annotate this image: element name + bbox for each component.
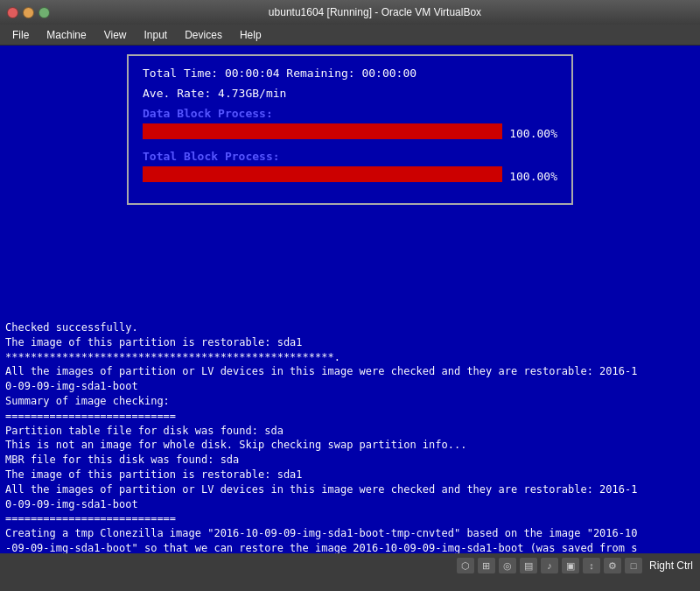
terminal-line: =========================== <box>5 409 695 424</box>
menu-bar: File Machine View Input Devices Help <box>0 25 700 46</box>
terminal-area: Checked successfully.The image of this p… <box>0 317 700 578</box>
network-icon: ⊞ <box>478 558 495 573</box>
monitor-icon: □ <box>625 558 642 573</box>
settings-icon: ⚙ <box>604 558 621 573</box>
terminal-line: Partition table file for disk was found:… <box>5 424 695 439</box>
window-controls <box>7 7 50 18</box>
terminal-line: All the images of partition or LV device… <box>5 364 695 379</box>
data-block-row: 100.00% <box>143 123 557 143</box>
terminal-line: Checked successfully. <box>5 320 695 335</box>
progress-dialog: Total Time: 00:00:04 Remaining: 00:00:00… <box>127 54 573 205</box>
vm-display: Total Time: 00:00:04 Remaining: 00:00:00… <box>0 46 700 578</box>
terminal-line: Summary of image checking: <box>5 394 695 409</box>
maximize-button[interactable] <box>38 7 50 18</box>
total-block-row: 100.00% <box>143 166 557 186</box>
terminal-line: 0-09-09-img-sda1-boot <box>5 497 695 512</box>
data-block-label: Data Block Process: <box>143 107 557 120</box>
terminal-line: This is not an image for whole disk. Ski… <box>5 438 695 453</box>
terminal-line: The image of this partition is restorabl… <box>5 335 695 350</box>
total-time-info: Total Time: 00:00:04 Remaining: 00:00:00 <box>143 67 557 80</box>
window-title: ubuntu1604 [Running] - Oracle VM Virtual… <box>57 6 693 18</box>
data-block-percent: 100.00% <box>509 127 557 140</box>
cpu-icon: ▣ <box>562 558 579 573</box>
data-block-bar-fill <box>143 123 502 139</box>
terminal-line: ****************************************… <box>5 350 695 365</box>
vm-status-bar: ⬡ ⊞ ◎ ▤ ♪ ▣ ↕ ⚙ □ Right Ctrl <box>0 553 700 578</box>
menu-input[interactable]: Input <box>136 27 177 43</box>
data-block-bar-container <box>143 123 502 139</box>
terminal-line: =========================== <box>5 511 695 526</box>
close-button[interactable] <box>7 7 18 18</box>
minimize-button[interactable] <box>23 7 34 18</box>
net2-icon: ↕ <box>583 558 600 573</box>
terminal-line: The image of this partition is restorabl… <box>5 468 695 482</box>
menu-file[interactable]: File <box>4 27 38 43</box>
menu-view[interactable]: View <box>95 27 136 43</box>
title-bar: ubuntu1604 [Running] - Oracle VM Virtual… <box>0 0 700 25</box>
terminal-line: Creating a tmp Clonezilla image "2016-10… <box>5 526 695 541</box>
terminal-line: All the images of partition or LV device… <box>5 482 695 497</box>
total-block-percent: 100.00% <box>509 170 557 183</box>
hdd-icon: ▤ <box>520 558 537 573</box>
terminal-line: 0-09-09-img-sda1-boot <box>5 379 695 394</box>
usb-icon: ⬡ <box>457 558 474 573</box>
menu-help[interactable]: Help <box>231 27 270 43</box>
menu-devices[interactable]: Devices <box>176 27 231 43</box>
menu-machine[interactable]: Machine <box>38 27 94 43</box>
total-block-bar-fill <box>143 166 502 182</box>
cd-icon: ◎ <box>499 558 516 573</box>
audio-icon: ♪ <box>541 558 558 573</box>
total-block-bar-container <box>143 166 502 182</box>
total-block-label: Total Block Process: <box>143 150 557 163</box>
ave-rate-info: Ave. Rate: 4.73GB/min <box>143 87 557 100</box>
right-ctrl-label: Right Ctrl <box>649 559 693 572</box>
terminal-line: MBR file for this disk was found: sda <box>5 453 695 468</box>
